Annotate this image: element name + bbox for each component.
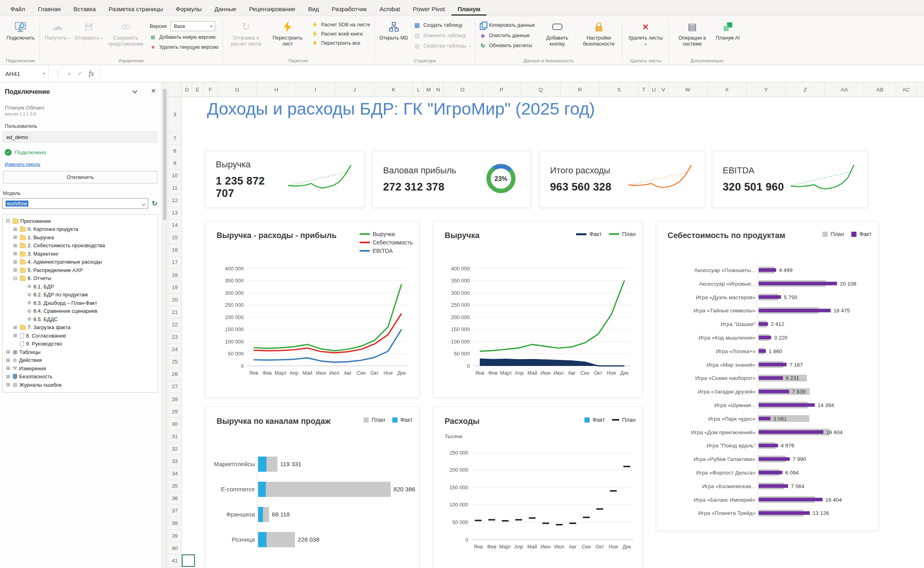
- ribbon-tab-Данные[interactable]: Данные: [208, 2, 242, 16]
- column-header-W[interactable]: W: [668, 82, 707, 97]
- expand-icon[interactable]: ⊞: [12, 243, 18, 248]
- open-md-button[interactable]: Открыть MD: [377, 18, 411, 42]
- select-all-corner[interactable]: [168, 82, 182, 97]
- rebuild-all-button[interactable]: Перестроить все: [310, 40, 372, 46]
- row-header-40[interactable]: 40: [168, 542, 181, 554]
- row-header-11[interactable]: 11: [168, 182, 181, 194]
- tree-item[interactable]: ⊞1. Выручка: [4, 233, 157, 242]
- send-calc-sheet-button[interactable]: ↻ Отправка и расчет листа: [225, 18, 267, 48]
- tree-item[interactable]: ⊞0. Карточка продукта: [4, 225, 157, 234]
- add-button-button[interactable]: Добавить кнопку: [537, 18, 578, 48]
- row-header-9[interactable]: 9: [168, 157, 181, 169]
- copy-data-button[interactable]: Копировать данные: [478, 21, 537, 29]
- name-box[interactable]: AH41 ▾: [0, 65, 49, 82]
- tree-item[interactable]: ⊞4. Административные расходы: [4, 258, 157, 266]
- row-header-26[interactable]: 26: [168, 368, 181, 381]
- column-header-G[interactable]: G: [218, 82, 257, 97]
- column-header-O[interactable]: O: [443, 82, 482, 97]
- tree-item[interactable]: ⊞⚒Измерения: [4, 364, 157, 373]
- expand-icon[interactable]: ⊞: [5, 374, 11, 379]
- row-header-18[interactable]: 18: [168, 269, 181, 281]
- ribbon-tab-Acrobat[interactable]: Acrobat: [373, 2, 407, 16]
- model-input[interactable]: workflow: [2, 198, 148, 209]
- column-header-H[interactable]: H: [257, 82, 296, 97]
- column-header-AB[interactable]: AB: [864, 82, 896, 97]
- row-header-20[interactable]: 20: [168, 294, 181, 306]
- expand-icon[interactable]: ⊞: [12, 325, 18, 330]
- ribbon-tab-Формулы[interactable]: Формулы: [169, 2, 208, 16]
- clear-data-button[interactable]: ◈ Очистить данные: [478, 32, 537, 40]
- collapse-icon[interactable]: ⊟: [12, 276, 18, 281]
- collapse-icon[interactable]: ⊟: [5, 218, 11, 224]
- column-header-X[interactable]: X: [707, 82, 747, 97]
- column-header-F[interactable]: F: [203, 82, 218, 97]
- enter-check-icon[interactable]: ✓: [77, 70, 83, 77]
- ribbon-tab-Разметка страницы[interactable]: Разметка страницы: [102, 2, 169, 16]
- row-header-12[interactable]: 12: [168, 194, 181, 207]
- row-header-38[interactable]: 38: [168, 517, 181, 530]
- column-header-Q[interactable]: Q: [521, 82, 560, 97]
- column-header-Y[interactable]: Y: [747, 82, 786, 97]
- disconnect-button[interactable]: Отключить: [3, 171, 157, 183]
- expand-icon[interactable]: ⊞: [12, 267, 18, 273]
- formula-input[interactable]: [101, 65, 924, 82]
- column-header-P[interactable]: P: [482, 82, 521, 97]
- expand-icon[interactable]: ⊞: [12, 234, 18, 240]
- model-refresh-icon[interactable]: ↻: [152, 199, 157, 208]
- connect-button[interactable]: Подключить: [4, 18, 37, 42]
- row-header-24[interactable]: 24: [168, 344, 181, 356]
- column-header-I[interactable]: I: [296, 82, 335, 97]
- row-header-34[interactable]: 34: [168, 468, 181, 480]
- tree-item[interactable]: ⊞5. Распределение АХР: [4, 266, 157, 274]
- calc-book-button[interactable]: Расчет всей книги: [310, 30, 372, 37]
- row-header-41[interactable]: 41: [168, 554, 181, 567]
- column-header-S[interactable]: S: [600, 82, 639, 97]
- tree-item[interactable]: ⚙6.3. Дэшборд – План-Факт: [4, 299, 157, 307]
- column-header-L[interactable]: L: [413, 82, 424, 97]
- ribbon-tab-Файл[interactable]: Файл: [4, 2, 32, 16]
- ribbon-tab-Рецензирование[interactable]: Рецензирование: [242, 2, 302, 16]
- expand-icon[interactable]: ⊞: [5, 365, 11, 371]
- row-header-33[interactable]: 33: [168, 455, 181, 467]
- tree-item[interactable]: ⊞▦Таблицы: [4, 348, 157, 356]
- system-operations-button[interactable]: ▤ Операции в системе: [672, 18, 713, 48]
- row-header-30[interactable]: 30: [168, 418, 181, 430]
- delete-sheets-button[interactable]: × Удалить листы ▾: [625, 18, 666, 48]
- user-field[interactable]: ed_demo: [2, 131, 157, 143]
- get-button[interactable]: ☁ Получить ▾: [42, 18, 72, 42]
- column-header-N[interactable]: N: [433, 82, 443, 97]
- tree-item[interactable]: ⚙6.4. Сравнение сценариев: [4, 307, 157, 316]
- close-icon[interactable]: ×: [151, 86, 156, 95]
- row-header-17[interactable]: 17: [168, 256, 181, 269]
- add-version-button[interactable]: ⊞ Добавить новую версию: [148, 34, 220, 41]
- row-header-35[interactable]: 35: [168, 480, 181, 493]
- chart-revenue-by-channels[interactable]: Выручка по каналам продажПланФактМаркетп…: [205, 407, 419, 568]
- row-header-21[interactable]: 21: [168, 306, 181, 318]
- kpi-card-4[interactable]: EBITDA320 501 960: [712, 151, 868, 208]
- row-header-31[interactable]: 31: [168, 430, 181, 443]
- scrollbar-thumb[interactable]: [163, 89, 167, 220]
- planum-ai-button[interactable]: Планум AI: [713, 18, 743, 42]
- version-dropdown[interactable]: Base ▾: [171, 21, 215, 31]
- expand-icon[interactable]: ⊞: [12, 259, 18, 265]
- tree-item[interactable]: ⊞2. Себестоимость производства: [4, 242, 157, 250]
- chart-cost-by-products[interactable]: Себестоимость по продуктамПланФактАксесс…: [656, 221, 878, 531]
- row-header-16[interactable]: 16: [168, 244, 181, 256]
- expand-icon[interactable]: ⊞: [12, 226, 18, 232]
- chart-revenue-fact-plan[interactable]: ВыручкаФактПлан050 000100 000150 000200 …: [433, 221, 642, 398]
- row-header-32[interactable]: 32: [168, 443, 181, 455]
- row-header-37[interactable]: 37: [168, 505, 181, 517]
- row-header-14[interactable]: 14: [168, 219, 181, 232]
- column-header-AC[interactable]: AC: [896, 82, 917, 97]
- tree-item[interactable]: ⊞⚙Действия: [4, 356, 157, 365]
- ribbon-tab-Вид[interactable]: Вид: [302, 2, 325, 16]
- column-header-AA[interactable]: AA: [825, 82, 864, 97]
- table-props-button[interactable]: ▦ Свойства таблицы ▾: [412, 42, 473, 50]
- ribbon-tab-Вставка[interactable]: Вставка: [67, 2, 102, 16]
- expand-icon[interactable]: ⊞: [5, 382, 11, 387]
- ribbon-tab-Разработчик[interactable]: Разработчик: [325, 2, 373, 16]
- tree-item[interactable]: ⚙6.5. БДДС: [4, 315, 157, 324]
- refresh-calc-button[interactable]: ↻ Обновить расчеты: [478, 42, 537, 49]
- chart-expenses[interactable]: РасходыТысячиФактПлан050 000100 000150 0…: [433, 407, 642, 568]
- delete-version-button[interactable]: × Удалить текущую версию: [148, 43, 220, 51]
